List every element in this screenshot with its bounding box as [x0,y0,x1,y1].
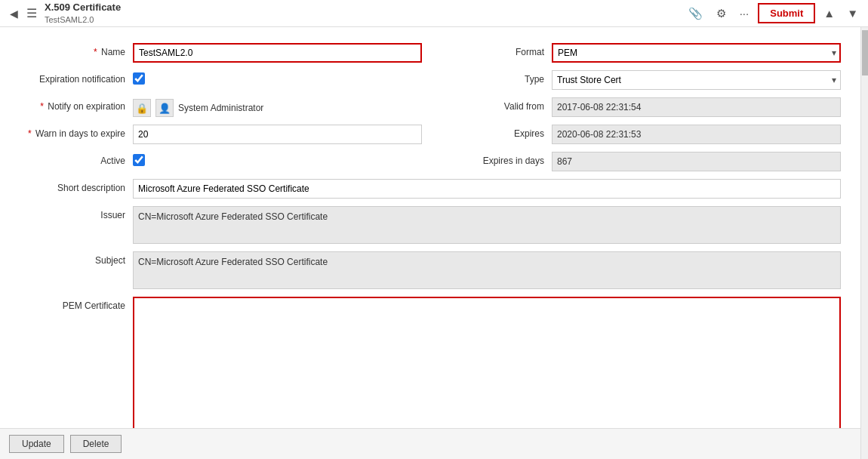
warn-control [133,125,422,144]
type-select-wrapper: Trust Store Cert Client Auth Server Auth… [552,70,841,90]
subject-control: CN=Microsoft Azure Federated SSO Certifi… [133,251,841,289]
expires-label: Expires [431,125,552,139]
scrollbar[interactable] [860,27,868,459]
expires-field: 2020-06-08 22:31:53 [552,125,841,144]
issuer-row: Issuer CN=Microsoft Azure Federated SSO … [8,202,845,248]
pem-cert-textarea[interactable] [133,297,841,428]
type-select[interactable]: Trust Store Cert Client Auth Server Auth [552,70,841,90]
issuer-field: CN=Microsoft Azure Federated SSO Certifi… [133,206,841,244]
name-input[interactable] [133,43,422,63]
subject-label: Subject [12,251,133,266]
active-checkbox[interactable] [133,154,145,166]
expiration-row: Expiration notification [8,66,426,94]
app-container: ◀ ☰ X.509 Certificate TestSAML2.0 📎 ⚙ ··… [0,0,868,459]
arrow-up-button[interactable]: ▲ [820,5,839,22]
expiration-control [133,70,422,85]
expires-in-days-control: 867 [552,152,841,171]
name-label: * Name [12,43,133,57]
warn-input[interactable] [133,125,422,144]
row-expiration-type: Expiration notification Type [8,66,845,94]
main-content: * Name Format [0,27,860,459]
settings-button[interactable]: ⚙ [712,5,731,23]
more-button[interactable]: ··· [735,5,754,22]
short-desc-control [133,179,841,199]
notify-row: * Notify on expiration 🔒 👤 System Admini… [8,94,426,121]
row-warn-expires: * Warn in days to expire Expires 2020-06… [8,121,845,148]
expires-control: 2020-06-08 22:31:53 [552,125,841,144]
subject-row: Subject CN=Microsoft Azure Federated SSO… [8,248,845,293]
issuer-control: CN=Microsoft Azure Federated SSO Certifi… [133,206,841,244]
valid-from-control: 2017-06-08 22:31:54 [552,97,841,117]
form-container: * Name Format [0,27,860,428]
format-select[interactable]: PEM DER PKCS12 [552,43,841,63]
expires-row: Expires 2020-06-08 22:31:53 [426,121,845,148]
notify-user-button[interactable]: 👤 [155,99,174,117]
warn-label: * Warn in days to expire [12,125,133,139]
short-desc-input[interactable] [133,179,841,199]
pem-cert-row: PEM Certificate [8,293,845,428]
warn-row: * Warn in days to expire [8,121,426,148]
expires-in-days-field: 867 [552,152,841,171]
short-desc-row: Short description [8,175,845,202]
main-body: * Name Format [0,27,868,459]
top-bar-left: ◀ ☰ X.509 Certificate TestSAML2.0 [6,2,121,25]
top-bar-right: 📎 ⚙ ··· Submit ▲ ▼ [684,3,862,23]
expiration-checkbox[interactable] [133,72,145,85]
back-button[interactable]: ◀ [6,6,22,21]
arrow-down-button[interactable]: ▼ [843,5,862,22]
active-checkbox-wrapper [133,152,422,166]
format-label: Format [431,43,552,57]
pem-cert-control [133,297,841,428]
notify-control: 🔒 👤 System Administrator [133,97,422,117]
type-label: Type [431,70,552,85]
valid-from-row: Valid from 2017-06-08 22:31:54 [426,94,845,121]
format-select-wrapper: PEM DER PKCS12 ▾ [552,43,841,63]
delete-button[interactable]: Delete [70,435,122,453]
row-name-format: * Name Format [8,39,845,66]
type-control: Trust Store Cert Client Auth Server Auth… [552,70,841,90]
submit-button[interactable]: Submit [758,3,815,23]
bottom-bar: Update Delete [0,428,860,459]
notify-label: * Notify on expiration [12,97,133,112]
format-row: Format PEM DER PKCS12 ▾ [426,39,845,66]
type-row: Type Trust Store Cert Client Auth Server… [426,66,845,94]
expires-in-days-row: Expires in days 867 [426,148,845,175]
top-bar: ◀ ☰ X.509 Certificate TestSAML2.0 📎 ⚙ ··… [0,0,868,27]
page-subtitle: TestSAML2.0 [45,14,121,25]
valid-from-label: Valid from [431,97,552,112]
row-notify-validfrom: * Notify on expiration 🔒 👤 System Admini… [8,94,845,121]
menu-icon[interactable]: ☰ [26,6,37,20]
expiration-checkbox-wrapper [133,70,422,85]
active-control [133,152,422,166]
row-active-expiresindays: Active Expires in days 86 [8,148,845,175]
update-button[interactable]: Update [9,435,64,453]
top-bar-title: X.509 Certificate TestSAML2.0 [45,2,121,25]
notify-required-star: * [40,101,44,112]
notify-text: System Administrator [178,103,263,113]
expires-in-days-label: Expires in days [431,152,552,166]
warn-required-star: * [28,128,32,139]
subject-field: CN=Microsoft Azure Federated SSO Certifi… [133,251,841,289]
active-label: Active [12,152,133,166]
notify-wrapper: 🔒 👤 System Administrator [133,97,422,117]
attach-button[interactable]: 📎 [684,5,707,23]
expiration-label: Expiration notification [12,70,133,85]
issuer-label: Issuer [12,206,133,220]
short-desc-label: Short description [12,179,133,193]
name-control [133,43,422,63]
format-control: PEM DER PKCS12 ▾ [552,43,841,63]
valid-from-field: 2017-06-08 22:31:54 [552,97,841,117]
pem-cert-label: PEM Certificate [12,297,133,311]
page-title: X.509 Certificate [45,2,121,14]
name-required-star: * [94,47,97,57]
notify-lock-button[interactable]: 🔒 [133,99,151,117]
name-row: * Name [8,39,426,66]
active-row: Active [8,148,426,175]
scrollbar-thumb[interactable] [862,30,868,75]
